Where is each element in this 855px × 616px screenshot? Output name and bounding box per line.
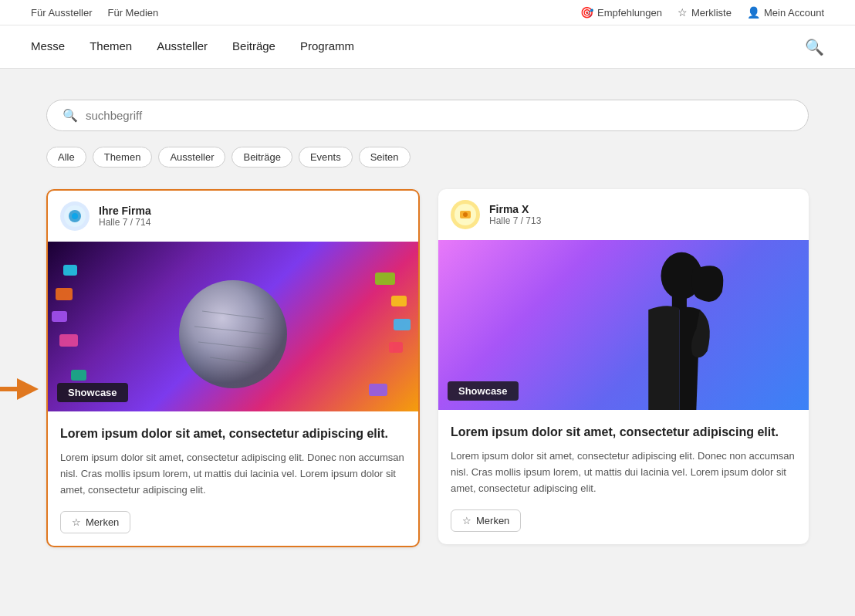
search-input[interactable]	[86, 109, 792, 122]
topbar-left: Für Aussteller Für Medien	[31, 7, 158, 19]
card-2-company-hall: Halle 7 / 713	[489, 215, 541, 226]
card-1-description: Lorem ipsum dolor sit amet, consectetur …	[60, 450, 406, 498]
card-1-badge: Showcase	[57, 383, 128, 402]
card-2-body: Lorem ipsum dolor sit amet, consectetur …	[438, 410, 809, 544]
topbar-fuer-medien[interactable]: Für Medien	[107, 7, 158, 19]
card-1-title: Lorem ipsum dolor sit amet, consectetur …	[60, 425, 406, 442]
card-1-merken-label: Merken	[86, 516, 119, 528]
empfehlungen-label: Empfehlungen	[597, 7, 662, 19]
arrow-tail	[0, 387, 17, 391]
card-2-silhouette-svg	[624, 248, 747, 410]
card-2-merken-button[interactable]: ☆ Merken	[451, 509, 521, 532]
nav-messe[interactable]: Messe	[31, 27, 65, 66]
empfehlungen-icon: 🎯	[580, 6, 593, 19]
filter-themen[interactable]: Themen	[93, 147, 153, 168]
merkliste-label: Merkliste	[691, 7, 732, 19]
card-2-image-wrap: Showcase	[438, 240, 809, 410]
filter-beitraege[interactable]: Beiträge	[231, 147, 292, 168]
navbar: Messe Themen Aussteller Beiträge Program…	[0, 25, 855, 69]
merkliste-link[interactable]: ☆ Merkliste	[678, 6, 732, 19]
search-bar-icon: 🔍	[63, 108, 78, 123]
main-content: 🔍 Alle Themen Aussteller Beiträge Events…	[0, 69, 855, 578]
empfehlungen-link[interactable]: 🎯 Empfehlungen	[580, 6, 662, 19]
mein-account-link[interactable]: 👤 Mein Account	[747, 6, 824, 19]
filter-aussteller[interactable]: Aussteller	[158, 147, 225, 168]
card-2-logo	[451, 200, 480, 229]
card-1-company-hall: Halle 7 / 714	[99, 217, 151, 228]
nav-beitraege[interactable]: Beiträge	[232, 27, 275, 66]
card-2-company-info: Firma X Halle 7 / 713	[489, 203, 541, 226]
card-2-title: Lorem ipsum dolor sit amet, consectetur …	[451, 424, 796, 441]
svg-point-10	[463, 212, 468, 217]
card-2-company-name: Firma X	[489, 203, 541, 215]
card-2-header: Firma X Halle 7 / 713	[438, 189, 809, 240]
card-1-header: Ihre Firma Halle 7 / 714	[48, 191, 418, 242]
cards-area: Ihre Firma Halle 7 / 714	[46, 189, 809, 547]
merkliste-icon: ☆	[678, 6, 688, 19]
account-label: Mein Account	[764, 7, 824, 19]
card-1-body: Lorem ipsum dolor sit amet, consectetur …	[48, 411, 418, 546]
card-1-merken-button[interactable]: ☆ Merken	[60, 511, 130, 533]
topbar: Für Aussteller Für Medien 🎯 Empfehlungen…	[0, 0, 855, 25]
card-2-star-icon: ☆	[462, 515, 471, 526]
card-2-badge: Showcase	[448, 381, 519, 401]
card-1: Ihre Firma Halle 7 / 714	[46, 189, 420, 547]
svg-point-2	[72, 213, 78, 219]
nav-programm[interactable]: Programm	[300, 27, 354, 66]
card-1-logo	[60, 201, 90, 231]
card-1-image-wrap: Showcase	[48, 242, 418, 411]
nav-links: Messe Themen Aussteller Beiträge Program…	[31, 27, 354, 66]
topbar-right: 🎯 Empfehlungen ☆ Merkliste 👤 Mein Accoun…	[580, 6, 824, 19]
nav-themen[interactable]: Themen	[90, 27, 132, 66]
card-2-description: Lorem ipsum dolor sit amet, consectetur …	[451, 448, 796, 496]
filter-alle[interactable]: Alle	[46, 147, 86, 168]
filter-seiten[interactable]: Seiten	[359, 147, 411, 168]
card-1-ball-svg	[156, 249, 310, 404]
filter-events[interactable]: Events	[299, 147, 353, 168]
navbar-search-icon[interactable]: 🔍	[805, 38, 824, 56]
card-2: Firma X Halle 7 / 713	[438, 189, 809, 544]
account-icon: 👤	[747, 6, 760, 19]
card-2-merken-label: Merken	[476, 515, 509, 526]
card-1-company-name: Ihre Firma	[99, 205, 151, 217]
card-1-company-info: Ihre Firma Halle 7 / 714	[99, 205, 151, 228]
card-1-star-icon: ☆	[72, 516, 81, 528]
search-bar[interactable]: 🔍	[46, 100, 809, 131]
filter-tabs: Alle Themen Aussteller Beiträge Events S…	[46, 147, 809, 168]
nav-aussteller[interactable]: Aussteller	[157, 27, 208, 66]
topbar-fuer-aussteller[interactable]: Für Aussteller	[31, 7, 92, 19]
